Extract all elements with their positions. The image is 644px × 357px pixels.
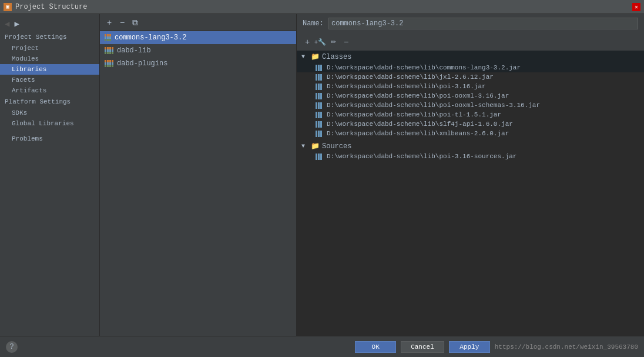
source-path-0: D:\workspace\dabd-scheme\lib\poi-3.16-so… — [327, 153, 516, 160]
main-layout: ◀ ▶ Project Settings Project Modules Lib… — [0, 14, 644, 336]
platform-settings-header: Platform Settings — [0, 96, 99, 108]
library-icon-2 — [105, 47, 113, 54]
back-button[interactable]: ◀ — [4, 19, 11, 29]
library-name-2: dabd-lib — [117, 46, 151, 55]
jar-icon-4 — [316, 102, 322, 109]
remove-entry-button[interactable]: − — [340, 36, 352, 48]
add-entry-button[interactable]: + — [301, 36, 313, 48]
jar-icon-5 — [316, 112, 322, 118]
jar-icon-3 — [316, 93, 322, 99]
class-path-6: D:\workspace\dabd-scheme\lib\slf4j-api-1… — [327, 121, 513, 128]
expand-sources-icon[interactable]: ▼ — [301, 143, 308, 149]
sources-folder-icon: 📁 — [311, 142, 320, 151]
library-item-dabd-plugins[interactable]: dabd-plugins — [100, 57, 296, 70]
app-icon: ▣ — [4, 3, 12, 11]
tree-container: ▼ 📁 Classes D:\workspace\dabd-scheme\lib… — [297, 51, 644, 336]
expand-classes-icon[interactable]: ▼ — [301, 54, 308, 60]
sidebar-item-libraries[interactable]: Libraries — [0, 64, 99, 75]
jar-icon-6 — [316, 121, 322, 128]
ok-button[interactable]: OK — [355, 341, 396, 353]
bottom-left: ? — [6, 341, 18, 353]
watermark: https://blog.csdn.net/weixin_39563780 — [495, 343, 638, 351]
class-path-4: D:\workspace\dabd-scheme\lib\poi-ooxml-s… — [327, 102, 540, 109]
jar-icon-1 — [316, 74, 322, 81]
class-path-2: D:\workspace\dabd-scheme\lib\poi-3.16.ja… — [327, 83, 486, 90]
jar-icon-2 — [316, 84, 322, 90]
source-jar-icon-0 — [316, 154, 322, 160]
library-icon-3 — [105, 60, 113, 67]
jar-icon-0 — [316, 65, 322, 71]
right-toolbar: + +🔧 ✏ − — [297, 34, 644, 51]
middle-panel: + − ⧉ commons-lang3-3.2 dabd — [100, 14, 297, 336]
close-button[interactable]: ✕ — [632, 3, 640, 11]
jar-icon-7 — [316, 131, 322, 137]
right-panel: Name: + +🔧 ✏ − ▼ 📁 Classes — [297, 14, 644, 336]
class-entry-7[interactable]: D:\workspace\dabd-scheme\lib\xmlbeans-2.… — [297, 129, 644, 138]
sidebar-item-global-libraries[interactable]: Global Libraries — [0, 118, 99, 129]
middle-toolbar: + − ⧉ — [100, 14, 296, 31]
class-entry-6[interactable]: D:\workspace\dabd-scheme\lib\slf4j-api-1… — [297, 119, 644, 129]
library-name-3: dabd-plugins — [117, 59, 167, 68]
class-entry-3[interactable]: D:\workspace\dabd-scheme\lib\poi-ooxml-3… — [297, 91, 644, 101]
sidebar-item-modules[interactable]: Modules — [0, 54, 99, 64]
name-input[interactable] — [328, 18, 638, 29]
sidebar-item-artifacts[interactable]: Artifacts — [0, 85, 99, 96]
apply-button[interactable]: Apply — [449, 341, 490, 353]
sidebar-item-facets[interactable]: Facets — [0, 75, 99, 85]
class-entry-0[interactable]: D:\workspace\dabd-scheme\lib\commons-lan… — [297, 63, 644, 72]
sources-label: Sources — [322, 142, 351, 151]
add-library-button[interactable]: + — [103, 16, 115, 28]
remove-library-button[interactable]: − — [116, 16, 128, 28]
forward-button[interactable]: ▶ — [13, 19, 20, 29]
library-item-dabd-lib[interactable]: dabd-lib — [100, 44, 296, 57]
title-bar: ▣ Project Structure ✕ — [0, 0, 644, 14]
sources-section-row: ▼ 📁 Sources — [297, 141, 644, 152]
sidebar-item-project[interactable]: Project — [0, 43, 99, 54]
library-item-commons[interactable]: commons-lang3-3.2 — [100, 31, 296, 44]
help-button[interactable]: ? — [6, 341, 18, 353]
class-path-5: D:\workspace\dabd-scheme\lib\poi-tl-1.5.… — [327, 111, 501, 118]
sidebar: ◀ ▶ Project Settings Project Modules Lib… — [0, 14, 100, 336]
class-path-7: D:\workspace\dabd-scheme\lib\xmlbeans-2.… — [327, 130, 509, 137]
nav-arrows: ◀ ▶ — [0, 16, 99, 31]
class-entry-1[interactable]: D:\workspace\dabd-scheme\lib\jxl-2.6.12.… — [297, 72, 644, 82]
sidebar-item-sdks[interactable]: SDKs — [0, 108, 99, 118]
library-list: commons-lang3-3.2 dabd-lib dabd- — [100, 31, 296, 336]
bottom-right: OK Cancel Apply https://blog.csdn.net/we… — [355, 341, 638, 353]
sidebar-item-problems[interactable]: Problems — [0, 134, 99, 144]
class-path-0: D:\workspace\dabd-scheme\lib\commons-lan… — [327, 64, 521, 71]
class-entry-2[interactable]: D:\workspace\dabd-scheme\lib\poi-3.16.ja… — [297, 82, 644, 91]
classes-label: Classes — [322, 53, 351, 61]
project-settings-header: Project Settings — [0, 31, 99, 43]
library-icon — [105, 34, 111, 41]
source-entry-0[interactable]: D:\workspace\dabd-scheme\lib\poi-3.16-so… — [297, 152, 644, 161]
title-bar-left: ▣ Project Structure — [4, 3, 87, 11]
cancel-button[interactable]: Cancel — [401, 341, 444, 353]
edit-entry-button[interactable]: ✏ — [327, 36, 339, 48]
bottom-bar: ? OK Cancel Apply https://blog.csdn.net/… — [0, 336, 644, 357]
classes-folder-icon: 📁 — [311, 52, 320, 61]
library-name: commons-lang3-3.2 — [115, 34, 186, 42]
class-entry-4[interactable]: D:\workspace\dabd-scheme\lib\poi-ooxml-s… — [297, 101, 644, 110]
class-path-1: D:\workspace\dabd-scheme\lib\jxl-2.6.12.… — [327, 74, 494, 81]
add-special-button[interactable]: +🔧 — [314, 36, 326, 48]
name-row: Name: — [297, 14, 644, 34]
copy-library-button[interactable]: ⧉ — [129, 16, 141, 28]
name-label: Name: — [303, 19, 324, 28]
class-entry-5[interactable]: D:\workspace\dabd-scheme\lib\poi-tl-1.5.… — [297, 110, 644, 119]
class-path-3: D:\workspace\dabd-scheme\lib\poi-ooxml-3… — [327, 92, 509, 99]
window-title: Project Structure — [15, 3, 87, 11]
classes-section-row: ▼ 📁 Classes — [297, 51, 644, 63]
